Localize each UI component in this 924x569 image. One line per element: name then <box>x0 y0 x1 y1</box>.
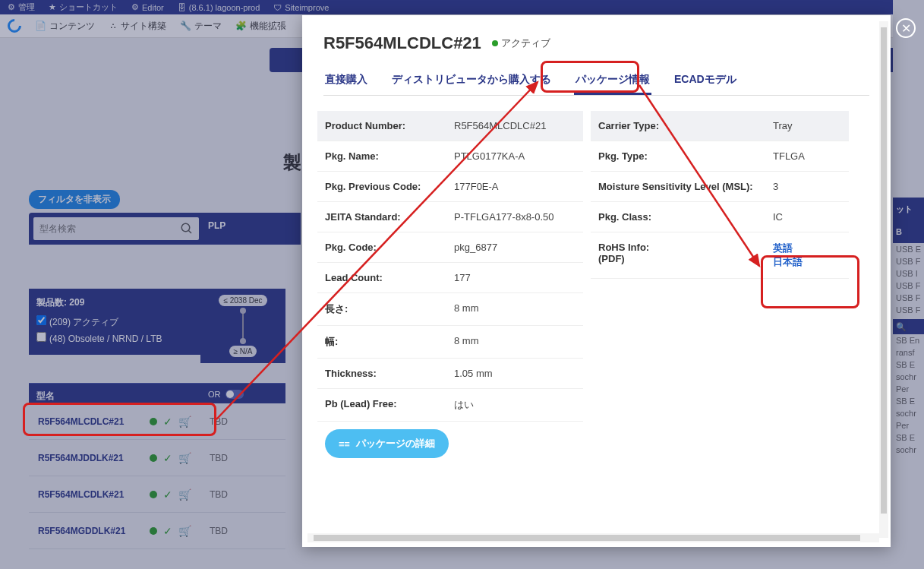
modal-tabs: 直接購入 ディストリビュータから購入する パッケージ情報 ECADモデル <box>323 67 869 96</box>
rohs-link-en[interactable]: 英語 <box>773 242 803 255</box>
rohs-link-ja[interactable]: 日本語 <box>773 255 803 269</box>
package-right-table: Carrier Type:Tray Pkg. Type:TFLGA Moistu… <box>591 111 849 506</box>
close-icon[interactable]: ✕ <box>896 18 916 38</box>
package-left-table: Product Number:R5F564MLCDLC#21 Pkg. Name… <box>317 111 583 506</box>
tab-package-info[interactable]: パッケージ情報 <box>574 67 651 95</box>
modal-scrollbar-h[interactable] <box>307 533 879 542</box>
modal-scrollbar-v[interactable] <box>879 21 888 538</box>
status-badge: アクティブ <box>492 36 550 50</box>
tab-direct-buy[interactable]: 直接購入 <box>323 67 369 95</box>
package-detail-button[interactable]: ≡ ≡ パッケージの詳細 <box>325 429 449 458</box>
modal-title: R5F564MLCDLC#21 アクティブ <box>323 33 869 53</box>
tab-distributor-buy[interactable]: ディストリビュータから購入する <box>390 67 553 95</box>
tab-ecad-model[interactable]: ECADモデル <box>673 67 738 95</box>
list-icon: ≡ ≡ <box>339 438 348 450</box>
package-info-modal: R5F564MLCDLC#21 アクティブ 直接購入 ディストリビュータから購入… <box>302 15 891 547</box>
